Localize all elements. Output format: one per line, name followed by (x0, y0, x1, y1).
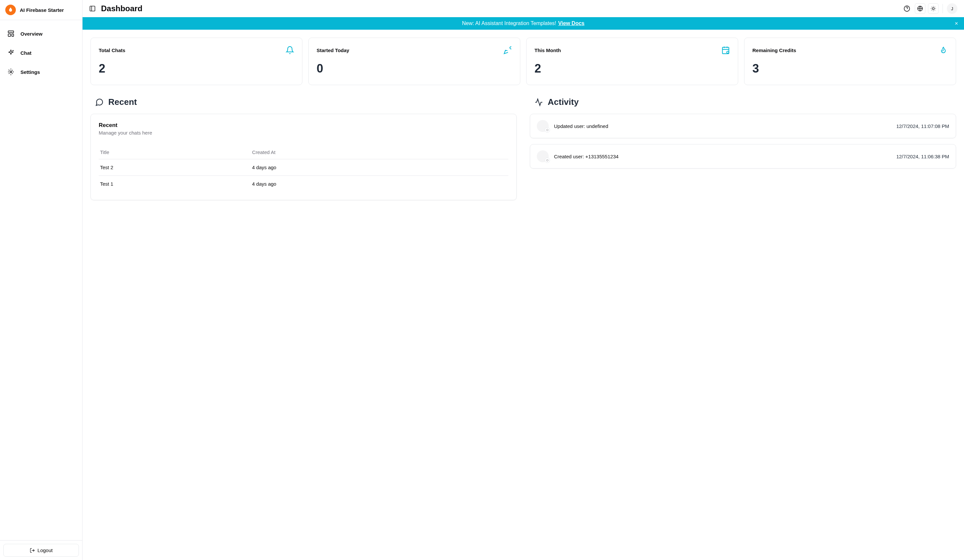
calendar-icon (721, 46, 730, 54)
stat-label: Total Chats (99, 47, 125, 53)
message-bubble-icon (545, 127, 550, 133)
bell-icon (286, 46, 294, 54)
activity-heading: Activity (548, 97, 579, 107)
recent-card: Recent Manage your chats here Title Crea… (90, 114, 517, 200)
stat-value: 0 (317, 62, 512, 76)
table-row[interactable]: Test 1 4 days ago (99, 176, 508, 192)
logout-label: Logout (37, 547, 53, 553)
sidebar-header: AI Firebase Starter (0, 0, 82, 20)
svg-point-11 (546, 129, 548, 131)
globe-button[interactable] (915, 3, 925, 14)
svg-point-10 (726, 51, 729, 54)
stat-label: Remaining Credits (752, 47, 796, 53)
logout-icon (30, 548, 35, 553)
activity-avatar (537, 120, 549, 132)
sidebar: AI Firebase Starter Overview Chat Settin… (0, 0, 83, 560)
stat-label: Started Today (317, 47, 349, 53)
stat-card-total-chats: Total Chats 2 (90, 37, 303, 85)
stat-label: This Month (534, 47, 561, 53)
theme-toggle-button[interactable] (928, 3, 939, 14)
cell-created: 4 days ago (251, 176, 508, 192)
activity-avatar (537, 150, 549, 162)
stat-card-remaining-credits: Remaining Credits 3 (744, 37, 956, 85)
announcement-banner: New: AI Assistant Integration Templates!… (83, 17, 964, 30)
stat-value: 3 (752, 62, 948, 76)
svg-rect-0 (8, 31, 14, 33)
sparkle-icon (7, 49, 15, 57)
divider (943, 4, 943, 13)
recent-card-subtitle: Manage your chats here (99, 130, 508, 136)
activity-icon (534, 98, 543, 107)
nav-label: Chat (21, 50, 31, 56)
help-button[interactable] (902, 3, 912, 14)
activity-item[interactable]: Updated user: undefined 12/7/2024, 11:07… (530, 114, 956, 138)
stat-value: 2 (534, 62, 730, 76)
svg-point-3 (10, 71, 12, 73)
stat-card-this-month: This Month 2 (526, 37, 738, 85)
col-created: Created At (251, 145, 508, 159)
brand-name: AI Firebase Starter (20, 7, 64, 13)
nav-label: Overview (21, 31, 42, 37)
stat-value: 2 (99, 62, 294, 76)
banner-text: New: AI Assistant Integration Templates! (462, 20, 556, 26)
overview-icon (7, 30, 15, 37)
recent-table: Title Created At Test 2 4 days ago (99, 145, 508, 192)
close-icon[interactable] (954, 21, 959, 26)
svg-rect-4 (90, 6, 95, 11)
user-avatar[interactable]: J (947, 3, 957, 14)
activity-text: Created user: +13135551234 (554, 154, 891, 159)
topbar-actions: J (902, 3, 957, 14)
svg-point-8 (932, 8, 934, 10)
main-content: Dashboard J New: AI Assistant Integratio… (83, 0, 964, 560)
svg-point-12 (546, 159, 548, 161)
svg-rect-2 (12, 34, 14, 36)
nav-item-settings[interactable]: Settings (4, 64, 78, 80)
activity-item[interactable]: Created user: +13135551234 12/7/2024, 11… (530, 144, 956, 169)
activity-section: Activity Updated user: undefined 12/7 (530, 97, 956, 200)
activity-time: 12/7/2024, 11:06:38 PM (896, 154, 949, 159)
cell-title: Test 1 (99, 176, 251, 192)
recent-section: Recent Recent Manage your chats here Tit… (90, 97, 517, 200)
svg-rect-1 (8, 34, 11, 36)
nav-item-chat[interactable]: Chat (4, 44, 78, 61)
nav-item-overview[interactable]: Overview (4, 25, 78, 42)
topbar: Dashboard J (83, 0, 964, 17)
nav-list: Overview Chat Settings (0, 20, 82, 540)
sidebar-footer: Logout (0, 540, 82, 560)
banner-link[interactable]: View Docs (558, 20, 585, 26)
panel-toggle-icon[interactable] (89, 5, 96, 12)
activity-time: 12/7/2024, 11:07:08 PM (896, 123, 949, 129)
svg-rect-9 (722, 47, 729, 54)
stat-card-started-today: Started Today 0 (308, 37, 520, 85)
activity-text: Updated user: undefined (554, 123, 891, 129)
cell-created: 4 days ago (251, 159, 508, 176)
recent-heading: Recent (108, 97, 137, 107)
app-logo (5, 5, 16, 15)
recent-card-title: Recent (99, 122, 508, 128)
stats-row: Total Chats 2 Started Today 0 (90, 37, 956, 85)
confetti-icon (503, 46, 512, 54)
cell-title: Test 2 (99, 159, 251, 176)
gear-icon (7, 68, 15, 76)
col-title: Title (99, 145, 251, 159)
page-title: Dashboard (101, 4, 142, 13)
chat-icon (95, 98, 104, 107)
logout-button[interactable]: Logout (3, 544, 79, 557)
message-bubble-icon (545, 157, 550, 163)
table-row[interactable]: Test 2 4 days ago (99, 159, 508, 176)
nav-label: Settings (21, 69, 40, 75)
flame-icon (939, 46, 948, 54)
activity-list: Updated user: undefined 12/7/2024, 11:07… (530, 114, 956, 169)
content-area: Total Chats 2 Started Today 0 (83, 30, 964, 208)
